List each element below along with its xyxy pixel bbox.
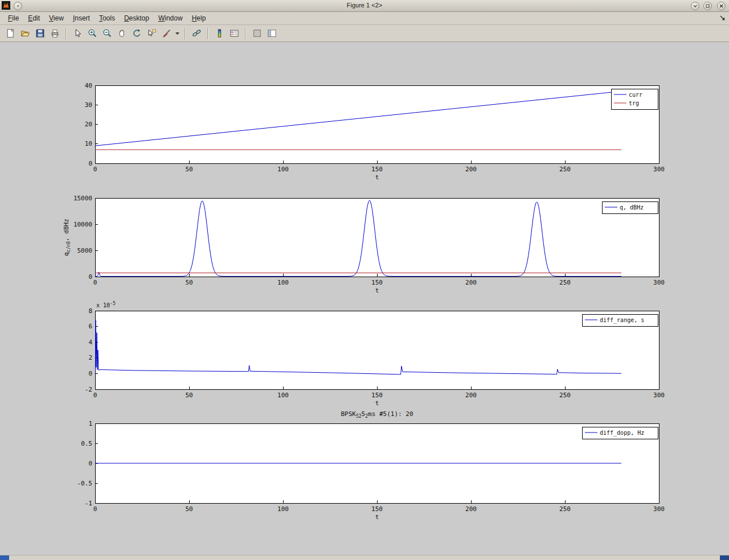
svg-text:6: 6 — [88, 323, 92, 330]
svg-text:t: t — [375, 174, 379, 181]
menu-item-desktop[interactable]: Desktop — [120, 13, 154, 23]
new-file-button[interactable] — [3, 26, 18, 41]
open-file-button[interactable] — [18, 26, 32, 41]
menu-item-edit[interactable]: Edit — [23, 13, 44, 23]
link-plot-button[interactable] — [189, 26, 204, 41]
svg-text:x 10-5: x 10-5 — [96, 301, 116, 308]
svg-text:250: 250 — [559, 505, 571, 513]
resize-corner-left[interactable] — [0, 555, 9, 560]
rotate-icon — [132, 28, 142, 38]
svg-text:30: 30 — [85, 101, 92, 109]
data-cursor-button[interactable] — [144, 26, 159, 41]
svg-text:50: 50 — [185, 505, 193, 513]
svg-text:curr: curr — [629, 92, 642, 98]
zoom-out-button[interactable] — [100, 26, 114, 41]
svg-text:diff_dopp, Hz: diff_dopp, Hz — [600, 430, 644, 437]
zoom-out-icon — [103, 28, 112, 38]
svg-text:150: 150 — [371, 392, 383, 399]
pan-button[interactable] — [114, 26, 129, 41]
menu-item-file[interactable]: File — [3, 13, 23, 23]
colorbar-icon — [215, 28, 224, 38]
link-icon — [192, 28, 202, 38]
svg-text:50: 50 — [185, 279, 193, 286]
zoom-in-icon — [88, 28, 97, 38]
svg-text:50: 50 — [185, 392, 193, 399]
brush-icon — [162, 28, 171, 38]
insert-colorbar-button[interactable] — [212, 26, 227, 41]
svg-text:-1: -1 — [85, 500, 92, 507]
svg-text:250: 250 — [559, 166, 571, 173]
hand-icon — [117, 28, 127, 38]
menu-item-window[interactable]: Window — [154, 13, 187, 23]
toolbar-separator — [185, 28, 186, 39]
svg-text:0: 0 — [93, 166, 97, 173]
menu-items: FileEditViewInsertToolsDesktopWindowHelp — [3, 13, 210, 23]
toolbar-separator — [245, 28, 246, 39]
svg-text:300: 300 — [653, 392, 665, 399]
insert-legend-button[interactable] — [227, 26, 241, 41]
new-file-icon — [6, 28, 15, 38]
edit-plot-button[interactable] — [70, 26, 85, 41]
svg-text:0: 0 — [88, 273, 92, 281]
show-plot-tools-button[interactable] — [264, 26, 279, 41]
rotate-3d-button[interactable] — [129, 26, 144, 41]
svg-text:0: 0 — [93, 505, 97, 513]
svg-text:0: 0 — [88, 160, 92, 167]
svg-text:0.5: 0.5 — [81, 440, 92, 447]
menu-item-insert[interactable]: Insert — [68, 13, 95, 23]
menu-item-tools[interactable]: Tools — [95, 13, 120, 23]
svg-text:BPSK5252ms #5(1): 20: BPSK5252ms #5(1): 20 — [341, 410, 413, 419]
open-folder-icon — [21, 28, 30, 38]
save-floppy-icon — [35, 28, 45, 38]
save-button[interactable] — [32, 26, 47, 41]
brush-button[interactable] — [159, 26, 174, 41]
close-button[interactable] — [717, 2, 726, 10]
svg-text:2: 2 — [88, 354, 92, 361]
hide-plot-tools-icon — [252, 28, 262, 38]
svg-text:20: 20 — [85, 121, 92, 128]
print-button[interactable] — [47, 26, 62, 41]
svg-text:t: t — [375, 400, 379, 407]
maximize-button[interactable] — [703, 2, 712, 10]
dock-arrow-icon[interactable] — [719, 14, 727, 22]
svg-text:250: 250 — [559, 279, 571, 286]
svg-text:200: 200 — [465, 392, 477, 399]
svg-text:0: 0 — [93, 279, 97, 286]
printer-icon — [50, 28, 60, 38]
menu-bar: FileEditViewInsertToolsDesktopWindowHelp — [0, 12, 729, 25]
menu-item-view[interactable]: View — [44, 13, 68, 23]
dropdown-arrow-icon — [175, 30, 180, 36]
figure-canvas[interactable]: 050100150200250300010203040tcurrtrg05010… — [0, 42, 729, 555]
hide-plot-tools-button[interactable] — [249, 26, 264, 41]
minimize-icon — [692, 3, 698, 9]
close-icon — [718, 3, 724, 9]
svg-text:8: 8 — [88, 307, 92, 315]
svg-text:200: 200 — [465, 505, 477, 513]
menu-item-help[interactable]: Help — [187, 13, 211, 23]
axes-area[interactable]: 050100150200250300010203040tcurrtrg05010… — [0, 42, 729, 555]
svg-text:100: 100 — [277, 279, 289, 286]
window-title: Figure 1 <2> — [0, 2, 729, 9]
svg-text:0: 0 — [88, 460, 92, 467]
svg-text:50: 50 — [185, 166, 193, 173]
svg-text:150: 150 — [371, 166, 383, 173]
svg-text:40: 40 — [85, 82, 92, 89]
svg-text:0: 0 — [93, 392, 97, 399]
minimize-button[interactable] — [691, 2, 699, 10]
svg-text:250: 250 — [559, 392, 571, 399]
brush-dropdown-button[interactable] — [174, 26, 181, 41]
svg-text:diff_range, s: diff_range, s — [600, 317, 644, 324]
svg-text:4: 4 — [88, 339, 92, 346]
show-plot-tools-icon — [267, 28, 277, 38]
svg-text:t: t — [375, 513, 379, 521]
zoom-in-button[interactable] — [85, 26, 100, 41]
svg-text:300: 300 — [653, 166, 665, 173]
svg-text:10: 10 — [85, 140, 92, 147]
resize-corner-right[interactable] — [720, 555, 729, 560]
svg-text:1: 1 — [88, 420, 92, 427]
window-bottom-border — [0, 555, 729, 560]
svg-text:trg: trg — [629, 100, 639, 106]
svg-text:200: 200 — [465, 279, 477, 286]
svg-text:15000: 15000 — [73, 195, 92, 202]
svg-text:200: 200 — [465, 166, 477, 173]
